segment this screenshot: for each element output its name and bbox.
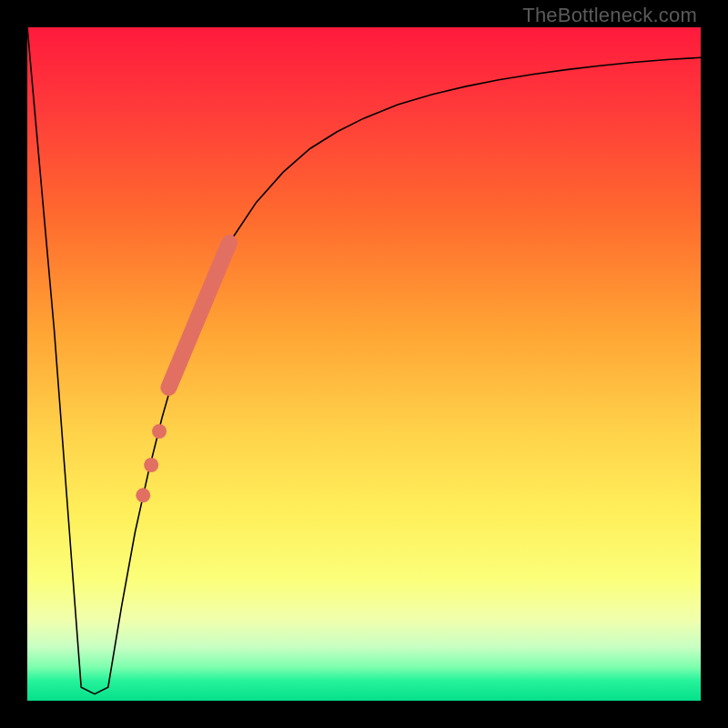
bottleneck-curve [27,27,701,694]
curve-svg [27,27,701,701]
highlight-dot [152,424,167,439]
scatter-group [136,243,229,503]
plot-area [27,27,701,701]
highlight-dot [136,488,150,502]
highlight-dot [144,458,158,472]
watermark-text: TheBottleneck.com [522,4,697,27]
highlight-band [168,243,229,388]
chart-frame: TheBottleneck.com [0,0,728,728]
